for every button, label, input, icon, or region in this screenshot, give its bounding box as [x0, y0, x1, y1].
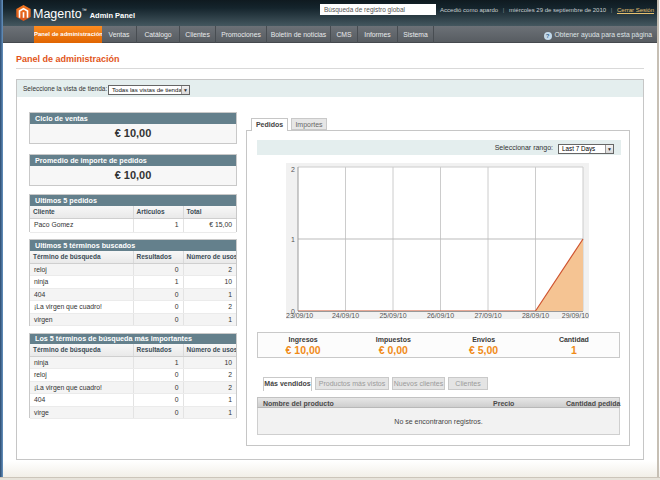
svg-text:28/09/10: 28/09/10 — [522, 312, 549, 319]
svg-text:26/09/10: 26/09/10 — [427, 312, 454, 319]
svg-text:24/09/10: 24/09/10 — [332, 312, 359, 319]
svg-text:29/09/10: 29/09/10 — [562, 312, 589, 319]
svg-text:27/09/10: 27/09/10 — [474, 312, 501, 319]
svg-text:2: 2 — [291, 166, 295, 173]
svg-text:1: 1 — [291, 236, 295, 243]
svg-text:25/09/10: 25/09/10 — [379, 312, 406, 319]
svg-text:23/09/10: 23/09/10 — [286, 312, 313, 319]
